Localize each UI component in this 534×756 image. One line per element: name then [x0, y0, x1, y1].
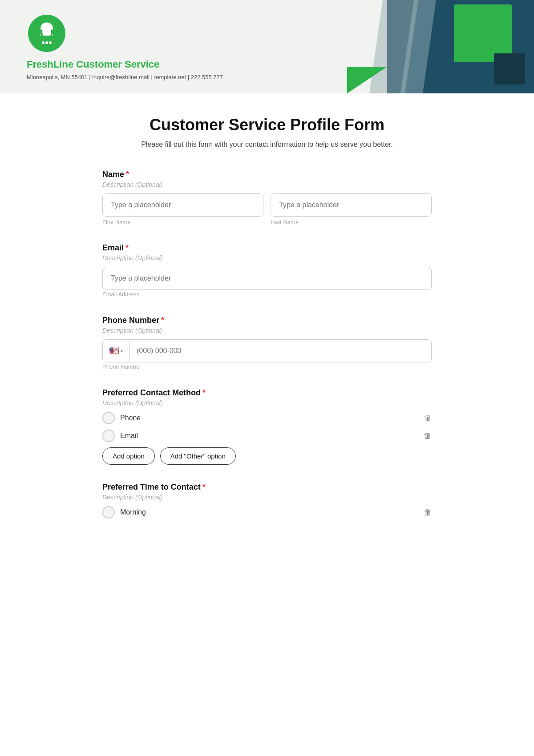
chevron-down-icon: ▾	[121, 349, 123, 354]
delete-icon-phone[interactable]: 🗑	[424, 414, 432, 423]
field-description-contact-method: Description (Optional)	[102, 399, 432, 406]
required-indicator-email: *	[125, 243, 129, 253]
phone-sublabel: Phone Number	[102, 363, 141, 370]
email-input[interactable]	[102, 267, 432, 290]
company-logo	[27, 13, 67, 53]
radio-circle-morning[interactable]	[102, 506, 115, 519]
field-group-contact-time: Preferred Time to Contact * Description …	[102, 483, 432, 519]
brand-name: FreshLine Customer Service	[27, 59, 223, 70]
field-group-phone: Phone Number * Description (Optional) 🇺🇸…	[102, 316, 432, 370]
svg-point-6	[49, 41, 52, 44]
field-label-email: Email *	[102, 243, 432, 253]
svg-rect-7	[38, 29, 41, 35]
form-subtitle: Please fill out this form with your cont…	[102, 141, 432, 149]
add-option-button[interactable]: Add option	[102, 447, 155, 465]
field-description-name: Description (Optional)	[102, 181, 432, 188]
email-sublabel: Email Address	[102, 291, 139, 298]
logo-area	[27, 13, 223, 53]
first-name-input[interactable]	[102, 193, 263, 217]
radio-left-email: Email	[102, 430, 138, 442]
name-field-row: First Name Last Name	[102, 193, 432, 225]
first-name-sublabel: First Name	[102, 219, 263, 225]
phone-row: 🇺🇸 ▾	[102, 339, 432, 362]
last-name-input[interactable]	[271, 193, 432, 217]
svg-rect-8	[52, 29, 56, 35]
field-description-email: Description (Optional)	[102, 254, 432, 261]
radio-left-phone: Phone	[102, 412, 141, 424]
field-group-contact-method: Preferred Contact Method * Description (…	[102, 388, 432, 465]
svg-point-4	[42, 41, 44, 44]
page-header: FreshLine Customer Service Minneapolis, …	[0, 0, 534, 93]
header-decoration	[347, 0, 534, 93]
radio-label-phone: Phone	[120, 414, 141, 422]
radio-label-morning: Morning	[120, 508, 146, 516]
country-flag-button[interactable]: 🇺🇸 ▾	[103, 340, 129, 362]
required-indicator-phone: *	[161, 316, 164, 325]
header-contact: Minneapolis, MN 55401 | inquire@freshlin…	[27, 74, 223, 80]
svg-point-5	[45, 41, 48, 44]
field-label-phone: Phone Number *	[102, 316, 432, 325]
radio-option-morning: Morning 🗑	[102, 506, 432, 519]
radio-circle-phone[interactable]	[102, 412, 115, 424]
radio-option-email: Email 🗑	[102, 430, 432, 442]
field-group-name: Name * Description (Optional) First Name…	[102, 170, 432, 225]
delete-icon-email[interactable]: 🗑	[424, 431, 432, 441]
header-left: FreshLine Customer Service Minneapolis, …	[27, 13, 223, 80]
radio-circle-email[interactable]	[102, 430, 115, 442]
svg-rect-13	[494, 53, 525, 84]
form-title: Customer Service Profile Form	[102, 116, 432, 134]
last-name-col: Last Name	[271, 193, 432, 225]
form-container: Customer Service Profile Form Please fil…	[67, 93, 467, 563]
field-label-name: Name *	[102, 170, 432, 179]
radio-label-email: Email	[120, 432, 138, 440]
flag-emoji: 🇺🇸	[109, 346, 119, 356]
last-name-sublabel: Last Name	[271, 219, 432, 225]
svg-point-2	[41, 23, 52, 34]
required-indicator-contact-method: *	[202, 388, 206, 398]
add-options-row: Add option Add "Other" option	[102, 447, 432, 465]
field-label-contact-method: Preferred Contact Method *	[102, 388, 432, 398]
field-label-contact-time: Preferred Time to Contact *	[102, 483, 432, 492]
radio-left-morning: Morning	[102, 506, 146, 519]
required-indicator-contact-time: *	[202, 483, 206, 492]
field-group-email: Email * Description (Optional) Email Add…	[102, 243, 432, 298]
add-other-option-button[interactable]: Add "Other" option	[160, 447, 236, 465]
first-name-col: First Name	[102, 193, 263, 225]
phone-input[interactable]	[129, 341, 431, 361]
required-indicator-name: *	[126, 170, 129, 179]
radio-option-phone: Phone 🗑	[102, 412, 432, 424]
field-description-contact-time: Description (Optional)	[102, 494, 432, 501]
delete-icon-morning[interactable]: 🗑	[424, 508, 432, 517]
svg-rect-3	[43, 36, 50, 38]
field-description-phone: Description (Optional)	[102, 327, 432, 334]
